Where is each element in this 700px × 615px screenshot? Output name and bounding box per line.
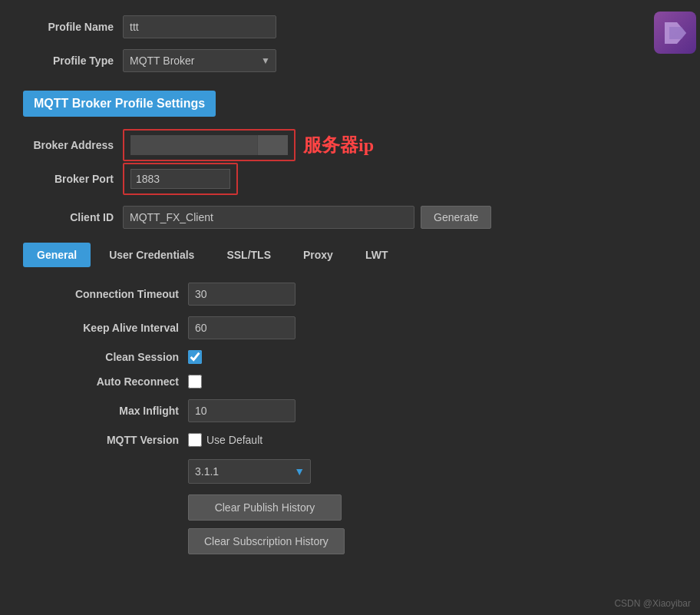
use-default-label: Use Default	[206, 434, 262, 446]
broker-port-label: Broker Port	[23, 173, 123, 185]
profile-name-label: Profile Name	[23, 21, 123, 33]
auto-reconnect-label: Auto Reconnect	[46, 375, 188, 388]
clear-publish-wrapper: Clear Publish History	[46, 494, 677, 521]
tab-user-credentials[interactable]: User Credentials	[95, 243, 208, 267]
max-inflight-row: Max Inflight	[46, 399, 677, 422]
connection-timeout-label: Connection Timeout	[46, 288, 188, 300]
connection-timeout-row: Connection Timeout	[46, 283, 677, 306]
client-id-row: Client ID Generate	[23, 206, 677, 229]
use-default-wrapper: Use Default	[188, 433, 262, 447]
tabs-row: General User Credentials SSL/TLS Proxy L…	[23, 243, 677, 267]
max-inflight-label: Max Inflight	[46, 405, 188, 417]
broker-port-input[interactable]	[130, 169, 230, 189]
version-select-wrapper: 3.1.1 3.1 5.0 ▼	[188, 459, 311, 484]
section-header: MQTT Broker Profile Settings	[23, 83, 677, 129]
broker-address-row: Broker Address 服务器ip	[23, 129, 677, 161]
broker-port-box	[123, 163, 238, 195]
tab-general[interactable]: General	[23, 243, 91, 267]
version-select[interactable]: 3.1.1 3.1 5.0	[188, 459, 311, 484]
profile-name-row: Profile Name	[23, 15, 677, 38]
generate-button[interactable]: Generate	[421, 206, 491, 229]
mqtt-version-label: MQTT Version	[46, 434, 188, 446]
client-id-label: Client ID	[23, 211, 123, 223]
tab-proxy[interactable]: Proxy	[289, 243, 347, 267]
use-default-checkbox[interactable]	[188, 433, 202, 447]
tab-ssl-tls[interactable]: SSL/TLS	[213, 243, 285, 267]
broker-address-label: Broker Address	[23, 139, 123, 151]
clear-subscription-wrapper: Clear Subscription History	[46, 528, 677, 554]
clean-session-checkbox[interactable]	[188, 350, 202, 364]
logo-area	[654, 12, 700, 58]
keep-alive-input[interactable]	[188, 316, 296, 339]
profile-type-select[interactable]: MQTT Broker MQTT Client	[123, 49, 276, 72]
clean-session-label: Clean Session	[46, 351, 188, 363]
max-inflight-input[interactable]	[188, 399, 296, 422]
broker-address-box	[123, 129, 296, 161]
ip-annotation: 服务器ip	[303, 133, 374, 157]
keep-alive-row: Keep Alive Interval	[46, 316, 677, 339]
logo-icon	[654, 12, 696, 54]
client-id-input[interactable]	[123, 206, 414, 229]
profile-type-row: Profile Type MQTT Broker MQTT Client ▼	[23, 49, 677, 72]
main-container: Profile Name Profile Type MQTT Broker MQ…	[0, 0, 700, 615]
profile-name-input[interactable]	[123, 15, 276, 38]
clear-subscription-button[interactable]: Clear Subscription History	[188, 528, 345, 554]
clean-session-row: Clean Session	[46, 350, 677, 364]
auto-reconnect-checkbox[interactable]	[188, 375, 202, 389]
connection-timeout-input[interactable]	[188, 283, 296, 306]
profile-type-label: Profile Type	[23, 55, 123, 67]
mqtt-version-row: MQTT Version Use Default	[46, 433, 677, 447]
watermark: CSDN @Xiaoyibar	[614, 598, 691, 609]
auto-reconnect-row: Auto Reconnect	[46, 375, 677, 389]
broker-address-input[interactable]	[130, 135, 257, 155]
clear-publish-button[interactable]: Clear Publish History	[188, 494, 342, 521]
section-title: MQTT Broker Profile Settings	[23, 91, 216, 117]
keep-alive-label: Keep Alive Interval	[46, 322, 188, 334]
profile-type-select-wrapper: MQTT Broker MQTT Client ▼	[123, 49, 276, 72]
general-settings: Connection Timeout Keep Alive Interval C…	[23, 283, 677, 554]
tab-lwt[interactable]: LWT	[352, 243, 402, 267]
broker-port-row: Broker Port	[23, 163, 677, 195]
